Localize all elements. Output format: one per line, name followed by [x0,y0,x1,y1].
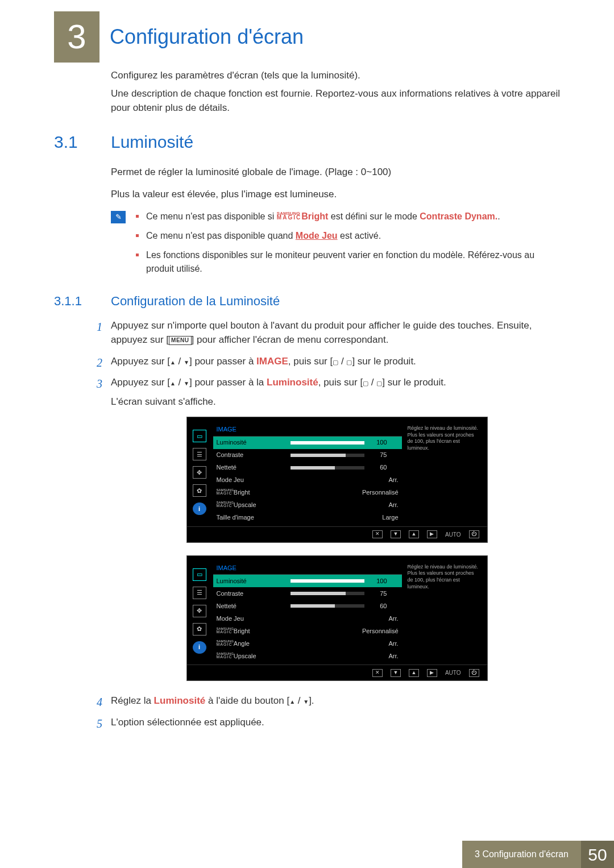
osd-row: Contraste75 [213,587,402,600]
intro-text: Configurez les paramètres d'écran (tels … [111,68,563,115]
intro-p1: Configurez les paramètres d'écran (tels … [111,68,563,83]
osd-icon-column: ▭ ☰ ✥ ✿ i [193,562,213,663]
osd-down-icon: ▼ [391,669,401,677]
osd-image-icon: ▭ [193,430,206,442]
osd-row: SAMSUNGMAGICUpscaleArr. [213,650,402,662]
note-icon [111,211,126,223]
note-box: Ce menu n'est pas disponible si SAMSUNGM… [111,210,563,281]
osd-help-text: Réglez le niveau de luminosité. Plus les… [402,562,482,663]
osd-auto-label: AUTO [445,530,461,539]
osd-row: SAMSUNGMAGICBrightPersonnalisé [213,625,402,637]
enter-icon [376,377,382,388]
enter-icon [363,377,368,388]
osd-footer: ✕ ▼ ▲ ▶ AUTO ⏻ [187,665,487,680]
arrow-up-icon [289,695,295,706]
osd-screenshot-1: ▭ ☰ ✥ ✿ i IMAGE Luminosité100Contraste75… [186,417,488,543]
section-number: 3.1 [54,129,111,155]
page-content: 3 Configuration d'écran Configurez les p… [0,0,614,729]
osd-color-icon: ☰ [193,587,206,599]
subsection-heading: 3.1.1 Configuration de la Luminosité [54,292,563,310]
section-heading: 3.1 Luminosité [54,129,563,155]
osd-row: Netteté60 [213,462,402,474]
note-list: Ce menu n'est pas disponible si SAMSUNGM… [136,210,563,281]
footer-chapter-label: 3 Configuration d'écran [462,841,581,868]
osd-up-icon: ▲ [409,530,419,538]
note-item: Ce menu n'est pas disponible quand Mode … [136,229,563,243]
osd-footer: ✕ ▼ ▲ ▶ AUTO ⏻ [187,526,487,542]
osd-setup-icon: ✿ [193,484,206,497]
osd-help-text: Réglez le niveau de luminosité. Plus les… [402,423,482,524]
note-item: Ce menu n'est pas disponible si SAMSUNGM… [136,210,563,223]
osd-power-icon: ⏻ [469,669,479,677]
section-title: Luminosité [111,129,193,155]
arrow-up-icon [170,356,176,367]
osd-auto-label: AUTO [445,668,461,677]
chapter-number: 3 [54,11,99,63]
osd-info-icon: i [193,502,206,515]
step-item: 4 Réglez la Luminosité à l'aide du bouto… [97,693,563,708]
osd-row: Netteté60 [213,600,402,612]
chapter-header: 3 Configuration d'écran [54,11,563,63]
page-footer: 3 Configuration d'écran 50 [0,841,614,868]
note-item: Les fonctions disponibles sur le moniteu… [136,248,563,276]
osd-image-icon: ▭ [193,568,206,581]
intro-p2: Une description de chaque fonction est f… [111,86,563,115]
osd-row: Luminosité100 [213,437,402,449]
section-p2: Plus la valeur est élevée, plus l'image … [111,187,563,202]
section-p1: Permet de régler la luminosité globale d… [111,165,563,180]
osd-power-icon: ⏻ [469,530,479,538]
samsung-magic-label: SAMSUNGMAGIC [277,211,301,219]
osd-size-icon: ✥ [193,605,206,617]
section-body: Permet de régler la luminosité globale d… [111,165,563,202]
osd-row: SAMSUNGMAGICAngleArr. [213,637,402,650]
osd-info-icon: i [193,641,206,654]
arrow-down-icon [184,356,189,367]
osd-row: Mode JeuArr. [213,474,402,487]
osd-menu-title: IMAGE [213,562,402,575]
osd-row: Luminosité100 [213,575,402,587]
osd-close-icon: ✕ [372,669,383,677]
osd-color-icon: ☰ [193,448,206,460]
steps-list: 1 Appuyez sur n'importe quel bouton à l'… [97,318,563,730]
step-item: 3 Appuyez sur [ / ] pour passer à la Lum… [97,375,563,681]
chapter-title: Configuration d'écran [110,22,304,52]
osd-row: Mode JeuArr. [213,612,402,625]
osd-row: Taille d'imageLarge [213,512,402,524]
osd-down-icon: ▼ [391,530,401,538]
osd-icon-column: ▭ ☰ ✥ ✿ i [193,423,213,524]
osd-row: SAMSUNGMAGICBrightPersonnalisé [213,487,402,499]
osd-setup-icon: ✿ [193,623,206,636]
osd-row: Contraste75 [213,449,402,462]
osd-right-icon: ▶ [427,669,437,677]
arrow-down-icon [303,695,309,706]
enter-icon [333,356,338,367]
osd-row: SAMSUNGMAGICUpscaleArr. [213,499,402,512]
arrow-up-icon [170,377,176,388]
subsection-title: Configuration de la Luminosité [111,292,280,310]
osd-right-icon: ▶ [427,530,437,538]
arrow-down-icon [184,377,189,388]
osd-menu-title: IMAGE [213,423,402,437]
enter-icon [346,356,352,367]
menu-button-icon: MENU [169,336,191,345]
subsection-number: 3.1.1 [54,292,111,310]
step-item: 1 Appuyez sur n'importe quel bouton à l'… [97,318,563,347]
step-item: 5 L'option sélectionnée est appliquée. [97,715,563,730]
osd-up-icon: ▲ [409,669,419,677]
step-item: 2 Appuyez sur [ / ] pour passer à IMAGE,… [97,354,563,369]
osd-close-icon: ✕ [372,530,383,538]
osd-size-icon: ✥ [193,466,206,479]
footer-page-number: 50 [581,841,614,868]
osd-screenshot-2: ▭ ☰ ✥ ✿ i IMAGE Luminosité100Contraste75… [186,555,488,682]
